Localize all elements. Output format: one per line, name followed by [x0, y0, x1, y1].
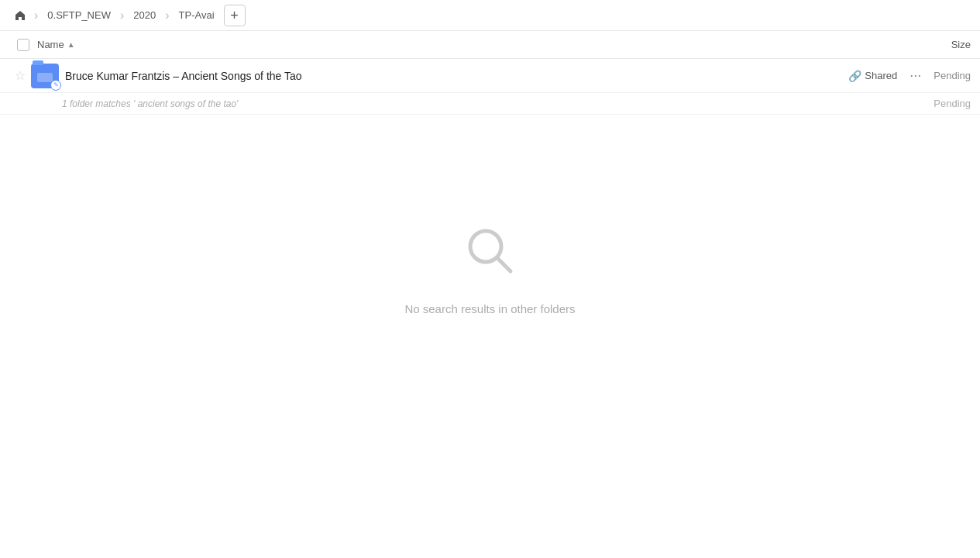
sort-icon: ▲	[67, 40, 75, 49]
match-info-text: 1 folder matches ' ancient songs of the …	[62, 98, 238, 109]
folder-icon: ✎	[31, 62, 59, 90]
column-header-row: Name ▲ Size	[0, 31, 980, 59]
name-column-label: Name	[37, 39, 64, 50]
breadcrumb-item-2[interactable]: 2020	[127, 7, 162, 23]
match-pending-label: Pending	[934, 98, 971, 109]
star-button[interactable]: ☆	[9, 68, 31, 83]
folder-edit-badge: ✎	[50, 80, 61, 91]
ellipsis-icon: ···	[910, 67, 921, 83]
name-column-header[interactable]: Name ▲	[37, 39, 909, 50]
file-name: Bruce Kumar Frantzis – Ancient Songs of …	[65, 70, 848, 82]
shared-label: Shared	[865, 70, 897, 81]
breadcrumb-sep-3: ›	[165, 9, 169, 22]
breadcrumb-item-1[interactable]: 0.SFTP_NEW	[41, 7, 117, 23]
match-info-row: 1 folder matches ' ancient songs of the …	[0, 93, 980, 115]
star-icon: ☆	[15, 68, 26, 83]
breadcrumb-sep-1: ›	[34, 9, 38, 22]
empty-search-icon	[462, 223, 518, 290]
breadcrumb-sep-2: ›	[120, 9, 124, 22]
row-actions: 🔗 Shared ··· Pending	[848, 66, 971, 85]
more-options-button[interactable]: ···	[906, 66, 924, 85]
empty-state-text: No search results in other folders	[404, 302, 575, 315]
file-row[interactable]: ☆ ✎ Bruce Kumar Frantzis – Ancient Songs…	[0, 59, 980, 93]
breadcrumb-bar: › 0.SFTP_NEW › 2020 › TP-Avai +	[0, 0, 980, 31]
select-all-checkbox[interactable]	[17, 39, 29, 51]
shared-badge: 🔗 Shared	[848, 70, 897, 82]
size-column-header[interactable]: Size	[909, 39, 971, 50]
empty-state: No search results in other folders	[0, 177, 980, 362]
folder-icon-box: ✎	[31, 64, 59, 88]
select-all-checkbox-col[interactable]	[9, 39, 37, 51]
home-button[interactable]	[9, 5, 31, 26]
edit-icon: ✎	[53, 81, 59, 88]
breadcrumb: › 0.SFTP_NEW › 2020 › TP-Avai +	[9, 5, 246, 26]
pending-badge: Pending	[934, 70, 971, 81]
breadcrumb-item-3[interactable]: TP-Avai	[173, 7, 221, 23]
link-icon: 🔗	[848, 70, 861, 82]
svg-rect-0	[37, 73, 53, 82]
content-area: ☆ ✎ Bruce Kumar Frantzis – Ancient Songs…	[0, 59, 980, 362]
svg-line-2	[497, 258, 511, 271]
add-breadcrumb-button[interactable]: +	[224, 5, 246, 26]
